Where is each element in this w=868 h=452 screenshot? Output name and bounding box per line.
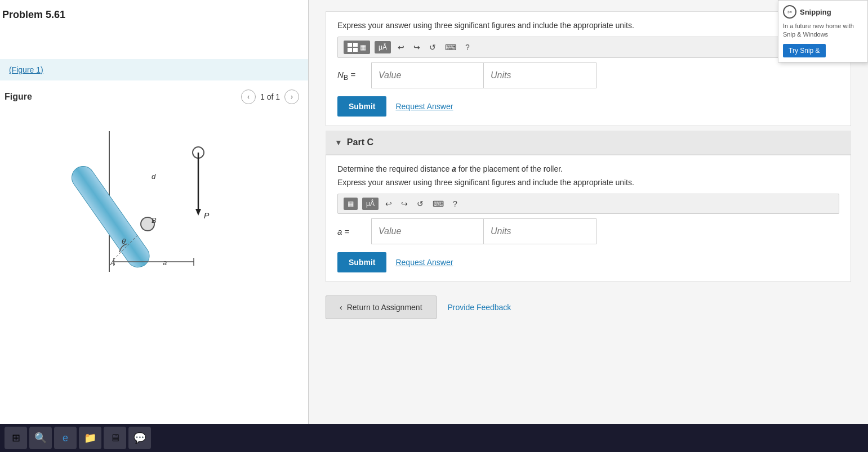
- part-b-request-button[interactable]: Request Answer: [395, 102, 453, 111]
- svg-text:d: d: [152, 172, 156, 181]
- svg-marker-5: [195, 209, 201, 216]
- taskbar-item-3[interactable]: 💬: [128, 427, 151, 449]
- svg-rect-1: [67, 162, 153, 272]
- part-c-mu-button[interactable]: μÅ: [362, 198, 379, 210]
- part-b-instruction: Express your answer using three signific…: [337, 21, 839, 30]
- taskbar: ⊞ 🔍 e 📁 🖥 💬: [0, 424, 868, 452]
- taskbar-edge-button[interactable]: e: [54, 427, 77, 449]
- figure-prev-button[interactable]: ‹: [241, 89, 256, 104]
- return-label: Return to Assignment: [347, 303, 422, 312]
- part-c-content: Determine the required distance a for th…: [326, 155, 851, 282]
- part-c-submit-button[interactable]: Submit: [337, 252, 386, 272]
- figure-label-link[interactable]: (Figure 1): [9, 65, 43, 74]
- svg-rect-17: [353, 43, 358, 47]
- part-c-header: ▼ Part C: [326, 131, 851, 155]
- svg-text:A: A: [110, 258, 115, 267]
- footer-actions: ‹ Return to Assignment Provide Feedback: [326, 296, 851, 319]
- svg-rect-18: [348, 48, 352, 52]
- part-c-title: Part C: [347, 137, 373, 147]
- figure-header: Figure ‹ 1 of 1 ›: [5, 89, 304, 109]
- svg-rect-19: [353, 48, 358, 52]
- mu-button[interactable]: μÅ: [375, 41, 391, 53]
- svg-text:a: a: [163, 258, 167, 267]
- svg-text:P: P: [204, 211, 210, 220]
- part-c-instruction: Express your answer using three signific…: [337, 178, 839, 187]
- snip-logo-icon: ✂: [783, 5, 796, 19]
- help-icon-button[interactable]: ?: [463, 42, 472, 53]
- matrix-icon-button[interactable]: ▦: [344, 41, 370, 54]
- return-arrow-icon: ‹: [340, 303, 342, 312]
- problem-title: Problem 5.61: [0, 0, 308, 25]
- figure-next-button[interactable]: ›: [284, 89, 299, 104]
- try-snip-button[interactable]: Try Snip &: [783, 44, 826, 57]
- part-c-toolbar: ▦ μÅ ↩ ↪ ↺ ⌨ ?: [337, 194, 839, 214]
- taskbar-item-2[interactable]: 🖥: [104, 427, 126, 449]
- snip-title: Snipping: [800, 8, 831, 16]
- figure-svg-area: P B d θ A a: [5, 109, 304, 300]
- part-c-description: Determine the required distance a for th…: [337, 164, 839, 173]
- right-panel: Express your answer using three signific…: [309, 0, 868, 452]
- collapse-arrow-icon[interactable]: ▼: [335, 138, 342, 147]
- figure-svg: P B d θ A a: [64, 114, 244, 294]
- part-c-input-row: a =: [337, 218, 839, 244]
- part-c-section: ▼ Part C Determine the required distance…: [326, 131, 851, 282]
- left-panel: Problem 5.61 (Figure 1) Figure ‹ 1 of 1 …: [0, 0, 309, 452]
- part-c-help-button[interactable]: ?: [451, 198, 460, 209]
- part-c-request-button[interactable]: Request Answer: [395, 258, 453, 267]
- part-c-matrix-button[interactable]: ▦: [344, 198, 358, 210]
- figure-section: Figure ‹ 1 of 1 ›: [0, 89, 308, 300]
- figure-title: Figure: [5, 92, 32, 102]
- taskbar-start-button[interactable]: ⊞: [5, 427, 27, 449]
- taskbar-item-1[interactable]: 📁: [79, 427, 101, 449]
- part-b-label: NB =: [337, 70, 366, 82]
- part-c-value-input[interactable]: [371, 218, 484, 244]
- part-b-answer-section: Express your answer using three signific…: [326, 11, 851, 126]
- part-b-action-row: Submit Request Answer: [337, 96, 839, 117]
- part-b-value-input[interactable]: [371, 62, 484, 88]
- undo-icon-button[interactable]: ↩: [395, 42, 407, 53]
- part-c-units-input[interactable]: [484, 218, 597, 244]
- part-c-refresh-button[interactable]: ↺: [415, 198, 426, 209]
- part-b-toolbar: ▦ μÅ ↩ ↪ ↺ ⌨ ?: [337, 37, 839, 58]
- refresh-icon-button[interactable]: ↺: [427, 42, 438, 53]
- return-to-assignment-button[interactable]: ‹ Return to Assignment: [326, 296, 437, 319]
- part-b-units-input[interactable]: [484, 62, 597, 88]
- part-c-undo-button[interactable]: ↩: [383, 198, 394, 209]
- keyboard-icon-button[interactable]: ⌨: [443, 42, 459, 53]
- part-c-keyboard-button[interactable]: ⌨: [430, 198, 446, 209]
- snip-popup-header: ✂ Snipping: [783, 5, 863, 19]
- part-b-submit-button[interactable]: Submit: [337, 96, 386, 117]
- part-c-redo-button[interactable]: ↪: [399, 198, 410, 209]
- figure-count: 1 of 1: [260, 92, 280, 101]
- redo-icon-button[interactable]: ↪: [411, 42, 422, 53]
- figure-label-row[interactable]: (Figure 1): [0, 59, 308, 80]
- part-c-action-row: Submit Request Answer: [337, 252, 839, 272]
- provide-feedback-button[interactable]: Provide Feedback: [448, 303, 511, 312]
- snip-body: In a future new home with Snip & Windows: [783, 22, 863, 39]
- svg-rect-16: [348, 43, 352, 47]
- taskbar-search-button[interactable]: 🔍: [29, 427, 52, 449]
- figure-nav: ‹ 1 of 1 ›: [241, 89, 299, 104]
- part-b-input-row: NB =: [337, 62, 839, 88]
- part-c-label: a =: [337, 227, 366, 236]
- snip-popup: ✂ Snipping In a future new home with Sni…: [778, 0, 868, 62]
- svg-text:B: B: [152, 216, 157, 225]
